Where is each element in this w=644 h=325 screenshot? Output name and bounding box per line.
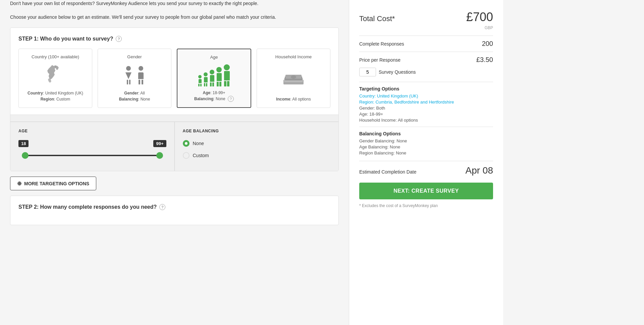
step2-title: STEP 2: How many complete responses do y… bbox=[18, 204, 330, 210]
disclaimer: * Excludes the cost of a SurveyMonkey pl… bbox=[359, 203, 493, 208]
female-figure bbox=[125, 66, 131, 84]
completion-row: Estimated Completion Date Apr 08 bbox=[359, 165, 493, 176]
next-button[interactable]: NEXT: CREATE SURVEY bbox=[359, 183, 493, 199]
total-cost-amount: £700 bbox=[466, 10, 493, 24]
range-thumb-right[interactable] bbox=[156, 152, 163, 159]
cost-row: Total Cost* £700 bbox=[359, 10, 493, 24]
sidebar: Total Cost* £700 GBP Complete Responses … bbox=[349, 0, 503, 325]
divider-5 bbox=[359, 161, 493, 161]
age-col-title: AGE bbox=[18, 129, 166, 133]
country-card-title: Country (100+ available) bbox=[32, 54, 79, 59]
divider-2 bbox=[359, 52, 493, 52]
male-figure bbox=[138, 66, 144, 84]
complete-responses-value: 200 bbox=[482, 40, 493, 48]
more-targeting-label: MORE TARGETING OPTIONS bbox=[24, 181, 89, 186]
step2-help-icon[interactable]: ? bbox=[159, 204, 165, 210]
balancing-gender: Gender Balancing: None bbox=[359, 138, 493, 143]
targeting-options-title: Targeting Options bbox=[359, 86, 493, 91]
price-per-response-label: Price per Response bbox=[359, 57, 400, 63]
survey-questions-row: Survey Questions bbox=[359, 68, 493, 76]
balancing-section: Balancing Options Gender Balancing: None… bbox=[359, 131, 493, 155]
gender-card-subtitle: Gender: All Balancing: None bbox=[119, 90, 150, 102]
completion-label: Estimated Completion Date bbox=[359, 169, 416, 175]
targeting-household-income: Household Income: All options bbox=[359, 118, 493, 123]
targeting-country[interactable]: Country: United Kingdom (UK) bbox=[359, 93, 493, 99]
intro-line1: Don't have your own list of respondents?… bbox=[10, 0, 339, 7]
step2-container: STEP 2: How many complete responses do y… bbox=[10, 196, 339, 225]
gender-card-title: Gender bbox=[127, 54, 142, 59]
balancing-col: AGE BALANCING None Custom bbox=[174, 122, 339, 171]
panel-columns: AGE 18 99+ bbox=[10, 122, 338, 171]
age-card[interactable]: Age bbox=[177, 49, 251, 108]
targeting-age: Age: 18-99+ bbox=[359, 112, 493, 117]
age-card-subtitle: Age: 18-99+ Balancing: None ? bbox=[194, 90, 234, 102]
income-card[interactable]: Household Income Income: All options bbox=[257, 49, 330, 108]
range-min-label: 18 bbox=[18, 140, 29, 147]
step1-container: STEP 1: Who do you want to survey? ? Cou… bbox=[10, 27, 339, 171]
divider-1 bbox=[359, 36, 493, 36]
price-per-response-value: £3.50 bbox=[476, 56, 493, 64]
total-cost-label: Total Cost* bbox=[359, 14, 395, 23]
country-icon bbox=[42, 63, 69, 87]
country-card-subtitle: Country: United Kingdom (UK) Region: Cus… bbox=[28, 90, 83, 102]
age-icon bbox=[198, 64, 230, 86]
age-col: AGE 18 99+ bbox=[10, 122, 174, 171]
targeting-gender: Gender: Both bbox=[359, 106, 493, 111]
targeting-options-section: Targeting Options Country: United Kingdo… bbox=[359, 86, 493, 123]
targeting-cards: Country (100+ available) Country: United… bbox=[18, 49, 330, 108]
country-card[interactable]: Country (100+ available) Country: United… bbox=[18, 49, 92, 108]
income-icon bbox=[280, 63, 307, 93]
plus-icon: ⊕ bbox=[17, 180, 21, 187]
complete-responses-label: Complete Responses bbox=[359, 41, 404, 47]
balancing-age: Age Balancing: None bbox=[359, 144, 493, 149]
age-range: 18 99+ bbox=[18, 140, 166, 160]
gender-icon bbox=[125, 63, 144, 87]
radio-none[interactable]: None bbox=[183, 140, 331, 147]
step1-title: STEP 1: Who do you want to survey? ? bbox=[18, 36, 330, 42]
radio-custom-label: Custom bbox=[193, 153, 209, 158]
step1-help-icon[interactable]: ? bbox=[116, 36, 122, 42]
income-card-subtitle: Income: All options bbox=[276, 96, 311, 102]
more-targeting-button[interactable]: ⊕ MORE TARGETING OPTIONS bbox=[10, 177, 96, 190]
svg-point-4 bbox=[291, 75, 296, 79]
cost-currency: GBP bbox=[359, 25, 493, 30]
survey-questions-input[interactable] bbox=[359, 68, 376, 76]
radio-custom[interactable]: Custom bbox=[183, 152, 331, 159]
age-help-icon[interactable]: ? bbox=[228, 96, 234, 102]
balancing-col-title: AGE BALANCING bbox=[183, 129, 331, 133]
gender-card[interactable]: Gender bbox=[98, 49, 171, 108]
divider-3 bbox=[359, 82, 493, 82]
divider-4 bbox=[359, 127, 493, 127]
balancing-title: Balancing Options bbox=[359, 131, 493, 136]
range-max-label: 99+ bbox=[153, 140, 166, 147]
radio-custom-circle[interactable] bbox=[183, 152, 190, 159]
price-per-response-row: Price per Response £3.50 bbox=[359, 56, 493, 64]
survey-questions-label: Survey Questions bbox=[379, 69, 416, 75]
radio-none-label: None bbox=[193, 141, 204, 146]
range-thumb-left[interactable] bbox=[22, 152, 29, 159]
age-expanded-panel: AGE 18 99+ bbox=[10, 115, 338, 171]
balancing-region: Region Balancing: None bbox=[359, 150, 493, 155]
income-card-title: Household Income bbox=[275, 54, 312, 59]
intro-line2: Choose your audience below to get an est… bbox=[10, 14, 339, 21]
completion-date: Apr 08 bbox=[466, 165, 493, 176]
range-labels: 18 99+ bbox=[18, 140, 166, 147]
complete-responses-row: Complete Responses 200 bbox=[359, 40, 493, 48]
age-card-title: Age bbox=[210, 55, 218, 60]
targeting-region[interactable]: Region: Cumbria, Bedfordshire and Hertfo… bbox=[359, 100, 493, 105]
radio-none-circle[interactable] bbox=[183, 140, 190, 147]
